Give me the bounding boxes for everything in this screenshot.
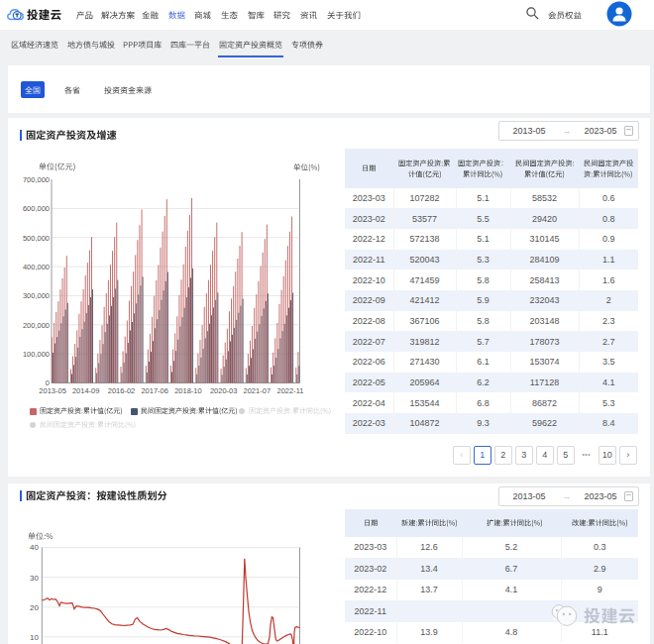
svg-text:20: 20 — [30, 603, 39, 612]
svg-text:600,000: 600,000 — [23, 204, 50, 213]
svg-text:200,000: 200,000 — [23, 321, 50, 330]
svg-text:40: 40 — [30, 543, 39, 552]
svg-text:300,000: 300,000 — [23, 291, 50, 300]
svg-text:700,000: 700,000 — [23, 175, 50, 184]
svg-text:2022-11: 2022-11 — [277, 386, 304, 395]
svg-text:2017-06: 2017-06 — [141, 386, 168, 395]
svg-text:2020-03: 2020-03 — [210, 386, 238, 395]
svg-text:100,000: 100,000 — [23, 350, 50, 359]
svg-text:10: 10 — [30, 633, 39, 642]
svg-text:400,000: 400,000 — [23, 263, 50, 271]
svg-text:2018-10: 2018-10 — [174, 386, 202, 395]
svg-text:500,000: 500,000 — [23, 234, 50, 243]
svg-text:2021-07: 2021-07 — [244, 386, 272, 395]
svg-text:2016-02: 2016-02 — [108, 386, 136, 395]
svg-text:2014-09: 2014-09 — [72, 386, 100, 395]
svg-text:2013-05: 2013-05 — [39, 386, 66, 395]
svg-text:30: 30 — [30, 574, 39, 583]
